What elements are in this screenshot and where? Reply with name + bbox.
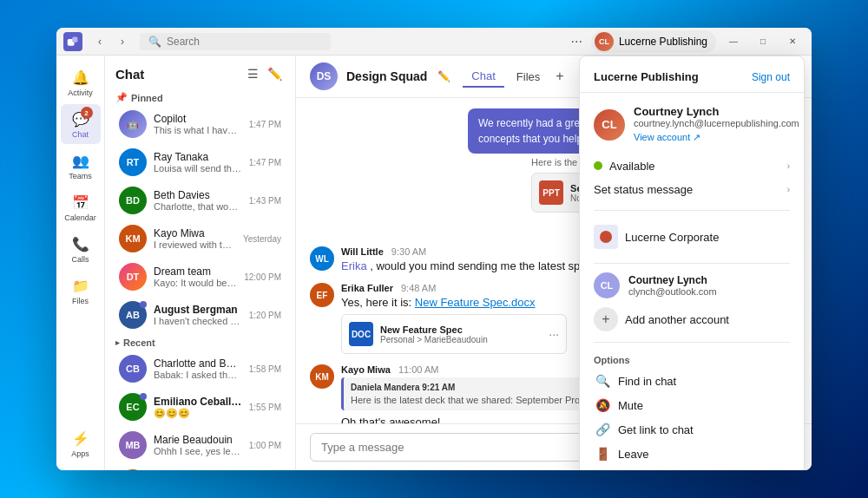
sidebar-label-activity: Activity — [68, 88, 93, 97]
mute-item[interactable]: 🔕 Mute — [594, 393, 790, 417]
erika-file-link[interactable]: New Feature Spec.docx — [415, 296, 536, 309]
dropdown-user-section: CL Courtney Lynch courtney.lynch@lucerne… — [580, 98, 804, 151]
copilot-info: Copilot This is what I have on the lates… — [154, 113, 242, 135]
file-icon-pptx: PPT — [539, 180, 563, 205]
chat-item-emiliano[interactable]: EC Emiliano Ceballos 😊😊😊 1:55 PM — [108, 388, 292, 426]
recent-section-label[interactable]: Recent — [105, 334, 295, 350]
close-button[interactable]: ✕ — [780, 32, 805, 51]
chat-item-ray[interactable]: RT Ray Tanaka Louisa will send the initi… — [108, 143, 292, 181]
chat-item-august[interactable]: AB August Bergman I haven't checked avai… — [108, 296, 292, 334]
leave-label: Leave — [618, 448, 648, 461]
get-link-item[interactable]: 🔗 Get link to chat — [594, 417, 790, 442]
add-account-icon: + — [594, 307, 618, 331]
ray-name: Ray Tanaka — [154, 151, 242, 163]
dropdown-org-name: Lucerne Publishing — [594, 70, 699, 83]
secondary-user-name: Courtney Lynch — [628, 274, 717, 286]
dream-team-preview: Kayo: It would be great to sync... — [154, 278, 237, 288]
chat-item-kayo[interactable]: KM Kayo Miwa I reviewed with the client … — [108, 220, 292, 258]
chat-item-marie[interactable]: MB Marie Beaudouin Ohhh I see, yes let m… — [108, 426, 292, 464]
view-account-button[interactable]: View account ↗ — [634, 132, 700, 143]
sidebar-item-files[interactable]: 📁 Files — [61, 271, 101, 311]
org-switch-item[interactable]: Lucerne Corporate — [594, 220, 790, 254]
chat-item-charlotte[interactable]: CB Charlotte and Babak Babak: I asked th… — [108, 350, 292, 388]
ray-info: Ray Tanaka Louisa will send the initial … — [154, 151, 242, 174]
dropdown-divider-2 — [594, 263, 790, 264]
emiliano-info: Emiliano Ceballos 😊😊😊 — [154, 396, 242, 419]
title-bar-right: ··· CL Lucerne Publishing — □ ✕ — [568, 30, 805, 53]
forward-button[interactable]: › — [112, 31, 133, 52]
sidebar: 🔔 Activity 💬 2 Chat 👥 Teams 📅 Calendar 📞 — [56, 56, 105, 470]
kayo-preview: I reviewed with the client on... — [154, 239, 236, 250]
edit-title-icon[interactable]: ✏️ — [437, 70, 450, 82]
filter-button[interactable]: ☰ — [245, 64, 261, 83]
chevron-right-status-icon: › — [787, 185, 790, 194]
sidebar-item-calendar[interactable]: 📅 Calendar — [61, 187, 101, 227]
sign-out-button[interactable]: Sign out — [752, 71, 790, 83]
chat-item-beth[interactable]: BD Beth Davies Charlotte, that would be … — [108, 181, 292, 220]
svg-rect-1 — [72, 36, 77, 42]
chat-list: Chat ☰ ✏️ 📌 Pinned 🤖 Copilot This is wha… — [105, 56, 296, 470]
sidebar-item-activity[interactable]: 🔔 Activity — [61, 62, 101, 102]
will-time: 9:30 AM — [391, 246, 426, 257]
mute-icon: 🔕 — [594, 398, 611, 412]
calls-icon: 📞 — [71, 234, 90, 253]
charlotte-time: 1:58 PM — [249, 364, 281, 374]
new-chat-button[interactable]: ✏️ — [265, 64, 285, 83]
title-bar-left: ‹ › 🔍 — [63, 31, 331, 52]
chat-item-copilot[interactable]: 🤖 Copilot This is what I have on the lat… — [108, 105, 292, 143]
more-options-button[interactable]: ··· — [568, 32, 586, 51]
ray-avatar: RT — [119, 148, 147, 176]
status-available-button[interactable]: Available › — [594, 154, 790, 178]
sidebar-item-apps[interactable]: ⚡ Apps — [61, 423, 101, 463]
add-account-item[interactable]: + Add another account — [580, 302, 804, 337]
leave-item[interactable]: 🚪 Leave — [594, 442, 790, 466]
dropdown-status-section: Available › Set status message › — [580, 151, 804, 205]
tab-chat[interactable]: Chat — [463, 66, 503, 88]
charlotte-preview: Babak: I asked the client to send... — [154, 370, 242, 380]
sidebar-item-calls[interactable]: 📞 Calls — [61, 229, 101, 269]
charlotte-avatar: CB — [119, 355, 147, 383]
chat-item-oscar[interactable]: OK Oscar Krogh You: Thanks! Have a nice … — [108, 464, 292, 470]
ray-preview: Louisa will send the initial list of... — [154, 163, 242, 174]
chat-list-header: Chat ☰ ✏️ — [105, 56, 295, 88]
sidebar-label-files: Files — [72, 297, 89, 305]
dropdown-secondary-user[interactable]: CL Courtney Lynch clynch@outlook.com — [580, 269, 804, 302]
org-icon — [594, 225, 618, 249]
copilot-time: 1:47 PM — [249, 120, 281, 129]
will-avatar: WL — [310, 246, 334, 271]
sidebar-item-chat[interactable]: 💬 2 Chat — [61, 104, 101, 144]
file-path-spec: Personal > MarieBeaudouin — [380, 335, 542, 344]
oscar-avatar: OK — [119, 469, 147, 470]
kayo-name: Kayo Miwa — [154, 227, 236, 239]
beth-name: Beth Davies — [154, 189, 242, 201]
kayo-msg-avatar: KM — [310, 364, 334, 389]
add-tab-button[interactable]: + — [552, 66, 567, 88]
app-window: ‹ › 🔍 ··· CL Lucerne Publishing — □ ✕ 🔔 — [56, 28, 812, 470]
set-status-button[interactable]: Set status message › — [594, 178, 790, 201]
mute-label: Mute — [618, 399, 643, 412]
emiliano-preview: 😊😊😊 — [154, 408, 242, 419]
dropdown-user-name: Courtney Lynch — [634, 105, 799, 118]
minimize-button[interactable]: — — [721, 32, 746, 51]
dream-team-avatar: DT — [119, 263, 147, 291]
user-pill[interactable]: CL Lucerne Publishing — [591, 30, 716, 53]
file-more-spec[interactable]: ··· — [549, 327, 559, 341]
back-button[interactable]: ‹ — [89, 31, 110, 52]
search-input[interactable] — [167, 36, 314, 48]
dream-team-time: 12:00 PM — [244, 272, 281, 282]
marie-info: Marie Beaudouin Ohhh I see, yes let me f… — [154, 434, 242, 456]
kayo-msg-sender: Kayo Miwa — [341, 364, 391, 375]
dream-team-name: Dream team — [154, 265, 237, 278]
august-preview: I haven't checked available time... — [154, 316, 242, 326]
ray-time: 1:47 PM — [249, 158, 281, 167]
pin-icon: 📌 — [115, 92, 128, 103]
maximize-button[interactable]: □ — [751, 32, 775, 51]
find-in-chat-item[interactable]: 🔍 Find in chat — [594, 369, 790, 393]
sidebar-item-teams[interactable]: 👥 Teams — [61, 146, 101, 186]
tab-files[interactable]: Files — [508, 66, 549, 88]
august-time: 1:20 PM — [249, 311, 281, 320]
org-switch-label: Lucerne Corporate — [625, 231, 719, 244]
get-link-label: Get link to chat — [618, 423, 694, 436]
chat-item-dream-team[interactable]: DT Dream team Kayo: It would be great to… — [108, 258, 292, 296]
file-icon-docx: DOC — [349, 322, 373, 346]
